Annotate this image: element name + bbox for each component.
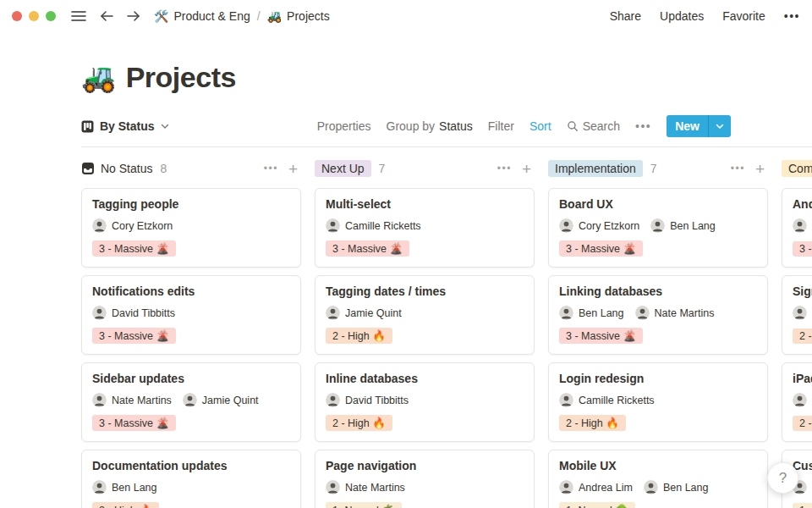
column-add-icon[interactable]: + [755,161,768,177]
card-assignee: Cory Etzkorn [559,218,639,233]
no-status-icon [81,162,95,175]
share-button[interactable]: Share [610,9,641,23]
new-button[interactable]: New [667,115,731,137]
card-assignees: Andrea Lim Ben Lang [559,480,757,494]
priority-pill: 3 - [793,241,812,257]
column-cards: Multi-select Camille Ricketts 3 - Massiv… [315,188,535,508]
help-button[interactable]: ? [767,462,798,494]
board-card[interactable]: Linking databases Ben Lang Nate Martins … [548,275,768,355]
card-assignee: J [793,306,812,320]
board-card[interactable]: Inline databases David Tibbitts 2 - High… [315,362,535,442]
breadcrumb-item-workspace[interactable]: 🛠️ Product & Eng [154,9,250,23]
column-status-tag[interactable]: Com [782,160,812,177]
board-card[interactable]: Mobile UX Andrea Lim Ben Lang 1- Normal … [548,450,768,508]
column-more-icon[interactable]: ••• [731,163,745,174]
card-assignee: Camille Ricketts [559,393,655,407]
zoom-window-icon[interactable] [46,11,56,21]
minimize-window-icon[interactable] [29,11,39,21]
favorite-button[interactable]: Favorite [722,9,765,23]
card-title: Board UX [559,197,757,211]
column-add-icon[interactable]: + [288,161,301,177]
card-assignee: Ben Lang [559,306,624,320]
card-assignees: N [793,218,812,233]
board-card[interactable]: Tagging dates / times Jamie Quint 2 - Hi… [315,275,535,355]
card-assignee: Nate Martins [326,480,405,494]
card-assignee: Nate Martins [635,306,715,320]
assignee-name: David Tibbitts [345,395,409,406]
view-switcher[interactable]: By Status [81,119,169,133]
properties-button[interactable]: Properties [317,119,371,133]
column-header: No Status No Status 8 ••• + [81,159,301,178]
back-icon[interactable] [100,10,114,22]
column-more-icon[interactable]: ••• [497,163,512,174]
priority-pill: 2 - [793,329,812,344]
priority-pill: 3 - Massive 🌋 [92,328,176,344]
column-count: 7 [379,162,386,175]
board-card[interactable]: iPad C 2 - [782,362,812,442]
card-assignees: Ben Lang [92,480,290,494]
breadcrumb-item-page[interactable]: 🚜 Projects [267,9,330,23]
sidebar-menu-icon[interactable] [71,10,86,22]
tractor-icon: 🚜 [81,61,116,94]
priority-pill: 1- Normal 🌴 [326,502,402,508]
sort-button[interactable]: Sort [529,119,551,133]
assignee-name: Ben Lang [579,307,624,319]
avatar [326,393,340,407]
card-title: Linking databases [559,284,757,298]
board-card[interactable]: Tagging people Cory Etzkorn 3 - Massive … [81,188,301,268]
toolbar-more-icon[interactable]: ••• [635,119,651,133]
card-title: iPad [793,372,812,385]
search-button[interactable]: Search [567,119,620,133]
column-count: 7 [650,162,657,175]
card-assignees: Camille Ricketts [559,393,757,407]
board-card[interactable]: Board UX Cory Etzkorn Ben Lang 3 - Massi… [548,188,768,268]
column-more-icon[interactable]: ••• [264,163,278,174]
board-card[interactable]: Sign J 2 - [782,275,812,355]
avatar [183,393,197,407]
tractor-icon: 🚜 [267,9,282,23]
card-assignees: David Tibbitts [326,393,524,407]
kanban-board: No Status No Status 8 ••• + Tagging peop… [0,147,812,508]
more-options-icon[interactable]: ••• [784,9,800,23]
forward-icon[interactable] [126,10,140,22]
board-card[interactable]: Documentation updates Ben Lang 2 - High … [81,450,301,508]
card-assignee: David Tibbitts [326,393,409,407]
board-card[interactable]: Login redesign Camille Ricketts 2 - High… [548,362,768,442]
board-card[interactable]: Notifications edits David Tibbitts 3 - M… [81,275,301,355]
updates-button[interactable]: Updates [660,9,704,23]
avatar [326,218,340,233]
card-assignees: J [793,306,812,320]
column-add-icon[interactable]: + [522,161,535,177]
card-assignee: Nate Martins [92,393,172,407]
close-window-icon[interactable] [12,11,22,21]
card-title: Notifications edits [92,284,290,298]
avatar [650,218,665,233]
card-assignees: Ben Lang Nate Martins [559,306,757,320]
assignee-name: Jamie Quint [202,395,259,406]
board-card[interactable]: Multi-select Camille Ricketts 3 - Massiv… [315,188,535,268]
column-title-group[interactable]: No Status [81,162,152,175]
filter-button[interactable]: Filter [488,119,514,133]
column-status-tag[interactable]: Implementation [548,160,643,177]
column-status-tag[interactable]: Next Up [315,160,371,177]
assignee-name: David Tibbitts [112,307,175,319]
board-column: Com Com ••• + And N 3 - Sign J 2 - [782,159,812,508]
new-dropdown-icon[interactable] [708,115,731,137]
board-card[interactable]: And N 3 - [782,188,812,268]
priority-pill: 1- N [793,503,812,508]
group-by-button[interactable]: Group by Status [387,119,473,133]
search-icon [567,120,579,132]
column-cards: Board UX Cory Etzkorn Ben Lang 3 - Massi… [548,188,768,508]
column-header: Next Up Next Up 7 ••• + [315,159,535,178]
priority-pill: 1- Normal 🌳 [559,502,635,508]
priority-pill: 2 - High 🔥 [326,415,392,431]
card-assignee: Ben Lang [644,480,709,494]
breadcrumb-separator: / [257,9,261,23]
avatar [644,480,658,494]
assignee-name: Cory Etzkorn [579,220,639,232]
card-assignee: C [793,393,812,407]
card-assignee: Andrea Lim [559,480,633,494]
board-card[interactable]: Page navigation Nate Martins 1- Normal 🌴 [315,450,535,508]
priority-pill: 3 - Massive 🌋 [559,240,643,257]
board-card[interactable]: Sidebar updates Nate Martins Jamie Quint… [81,362,301,442]
